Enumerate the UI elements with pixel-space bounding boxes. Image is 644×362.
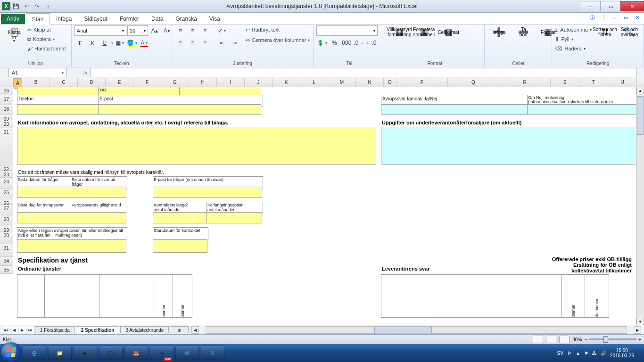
- tab-file[interactable]: Arkiv: [1, 14, 25, 24]
- cell[interactable]: [153, 212, 207, 223]
- cell[interactable]: [44, 274, 100, 318]
- col-header[interactable]: R: [499, 78, 551, 87]
- cancel-formula-icon[interactable]: [70, 68, 80, 77]
- scroll-up-icon[interactable]: ▲: [636, 87, 644, 94]
- tray-flag-icon[interactable]: 🏳: [567, 351, 572, 356]
- zoom-in-icon[interactable]: +: [638, 337, 641, 342]
- col-header[interactable]: C: [50, 78, 78, 87]
- row-header[interactable]: 27: [0, 205, 13, 215]
- fill-button[interactable]: ⬇Fyll▾: [555, 35, 592, 43]
- taskbar-media-icon[interactable]: ▶: [74, 346, 97, 361]
- indent-decrease-icon[interactable]: ⇤: [216, 38, 228, 48]
- save-icon[interactable]: 💾: [11, 1, 21, 11]
- show-desktop-button[interactable]: [638, 346, 642, 360]
- tray-clock[interactable]: 15:502015-03-26: [610, 348, 634, 358]
- col-header[interactable]: P: [396, 78, 448, 87]
- view-layout-icon[interactable]: [546, 336, 556, 343]
- window-restore-icon[interactable]: ▭: [622, 14, 630, 21]
- cell-styles-button[interactable]: ▦Cellformat: [437, 25, 460, 39]
- insert-cells-button[interactable]: ➕Infoga: [487, 25, 510, 39]
- orientation-icon[interactable]: ⤢: [216, 25, 228, 36]
- col-header[interactable]: K: [272, 78, 300, 87]
- start-button[interactable]: [1, 342, 21, 362]
- select-all-corner[interactable]: [0, 78, 14, 87]
- cell[interactable]: [17, 127, 376, 165]
- close-button[interactable]: ✕: [620, 1, 644, 11]
- cell[interactable]: [17, 274, 45, 318]
- fill-color-button[interactable]: 🪣: [126, 38, 138, 48]
- comma-format-icon[interactable]: 000: [341, 38, 352, 48]
- align-top-icon[interactable]: ≡: [175, 25, 186, 36]
- col-header[interactable]: O: [384, 78, 396, 87]
- col-header[interactable]: D: [78, 78, 106, 87]
- taskbar-firefox-icon[interactable]: 🦊: [124, 346, 148, 361]
- wrap-text-button[interactable]: ↩Radbryt text: [246, 25, 310, 34]
- col-header[interactable]: I: [217, 78, 245, 87]
- tab-review[interactable]: Granska: [169, 13, 203, 24]
- sheet-nav-first-icon[interactable]: ⏮: [2, 326, 10, 334]
- cell[interactable]: [381, 104, 528, 115]
- sheet-tab[interactable]: 1 Försättssida: [35, 326, 75, 334]
- cell[interactable]: [71, 187, 126, 198]
- tab-view[interactable]: Visa: [203, 13, 226, 24]
- grow-font-icon[interactable]: A▴: [149, 25, 160, 36]
- cell[interactable]: timmar: [561, 274, 586, 318]
- fx-icon[interactable]: fx: [80, 68, 91, 77]
- zoom-slider[interactable]: [589, 338, 636, 340]
- horizontal-scrollbar[interactable]: ◀ ▶: [191, 326, 641, 334]
- shrink-font-icon[interactable]: A▾: [161, 25, 173, 36]
- col-header[interactable]: J: [245, 78, 272, 87]
- clear-button[interactable]: ⌫Radera▾: [555, 44, 592, 53]
- row-header[interactable]: 18: [0, 105, 13, 115]
- col-header[interactable]: S: [551, 78, 579, 87]
- row-header[interactable]: 30: [0, 231, 13, 244]
- col-header[interactable]: G: [161, 78, 189, 87]
- scroll-thumb[interactable]: [374, 327, 432, 333]
- window-close-icon[interactable]: ✕: [634, 14, 641, 21]
- cell[interactable]: [17, 212, 72, 223]
- restore-button[interactable]: ▭: [600, 1, 621, 11]
- copy-button[interactable]: ⧉Kopiera▾: [27, 35, 66, 43]
- font-size-select[interactable]: 10▾: [127, 25, 148, 36]
- tray-network-icon[interactable]: 🖧: [592, 351, 597, 356]
- cell[interactable]: timmar: [173, 274, 192, 318]
- align-bottom-icon[interactable]: ≡: [199, 25, 211, 36]
- sheet-nav-last-icon[interactable]: ⏭: [26, 326, 34, 334]
- col-header[interactable]: H: [189, 78, 217, 87]
- row-header[interactable]: 22: [0, 165, 13, 171]
- align-center-icon[interactable]: ≡: [187, 38, 198, 48]
- row-header[interactable]: 25: [0, 189, 13, 199]
- row-header[interactable]: 35: [0, 266, 13, 274]
- align-right-icon[interactable]: ≡: [199, 38, 211, 48]
- row-header[interactable]: 21: [0, 128, 13, 165]
- cell[interactable]: da timmar: [585, 274, 609, 318]
- sheet-nav-next-icon[interactable]: ▶: [18, 326, 26, 334]
- tab-home[interactable]: Start: [26, 13, 50, 25]
- row-header[interactable]: 26: [0, 199, 13, 205]
- row-header[interactable]: 19: [0, 115, 13, 120]
- font-name-select[interactable]: Arial▾: [74, 25, 126, 36]
- col-header[interactable]: N: [356, 78, 384, 87]
- minimize-button[interactable]: —: [580, 1, 601, 11]
- cell[interactable]: [99, 274, 155, 318]
- tray-lang[interactable]: SV: [557, 351, 563, 356]
- increase-decimal-icon[interactable]: .0→: [353, 38, 364, 48]
- zoom-out-icon[interactable]: −: [585, 337, 587, 342]
- tab-data[interactable]: Data: [145, 13, 169, 24]
- row-header[interactable]: 23: [0, 171, 13, 178]
- row-header[interactable]: 20: [0, 120, 13, 128]
- col-header[interactable]: Q: [448, 78, 499, 87]
- scroll-left-icon[interactable]: ◀: [191, 326, 199, 334]
- cell[interactable]: [98, 104, 261, 115]
- col-header[interactable]: E: [106, 78, 133, 87]
- row-header[interactable]: 16: [0, 87, 13, 95]
- sheet-nav-prev-icon[interactable]: ◀: [10, 326, 18, 334]
- tray-sound-icon[interactable]: 🔊: [601, 351, 606, 356]
- col-header[interactable]: T: [579, 78, 608, 87]
- view-pagebreak-icon[interactable]: [559, 336, 570, 343]
- number-format-select[interactable]: ▾: [316, 25, 378, 36]
- row-header[interactable]: 24: [0, 178, 13, 189]
- row-header[interactable]: 31: [0, 244, 13, 257]
- font-color-button[interactable]: A: [139, 38, 150, 48]
- minimize-ribbon-icon[interactable]: ⓘ: [588, 14, 596, 21]
